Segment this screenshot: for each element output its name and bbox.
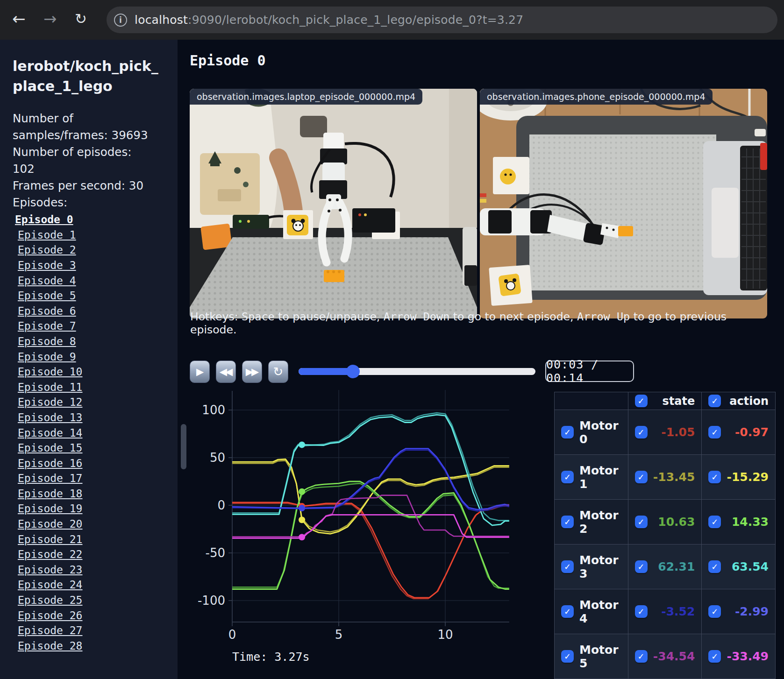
motor-label: Motor 5	[579, 643, 621, 670]
sidebar-item-episode-3[interactable]: Episode 3	[18, 258, 178, 273]
action-value: -0.97	[727, 425, 769, 439]
motor-checkbox[interactable]: ✓	[561, 516, 574, 528]
action-checkbox[interactable]: ✓	[708, 426, 721, 439]
state-checkbox[interactable]: ✓	[635, 471, 648, 483]
state-checkbox[interactable]: ✓	[635, 650, 648, 663]
url-path: :9090/lerobot/koch_pick_place_1_lego/epi…	[188, 13, 523, 27]
action-checkbox[interactable]: ✓	[708, 516, 721, 528]
box-panda	[283, 210, 313, 239]
hotkey-text: to pause/unpause,	[275, 310, 384, 323]
address-bar[interactable]: i localhost:9090/lerobot/koch_pick_place…	[107, 7, 777, 33]
cursor-dot-motor-3	[299, 441, 305, 448]
sidebar-item-episode-26[interactable]: Episode 26	[18, 608, 178, 623]
sidebar-item-episode-0[interactable]: Episode 0	[15, 212, 178, 227]
motor-checkbox[interactable]: ✓	[561, 560, 574, 573]
state-checkbox[interactable]: ✓	[635, 426, 648, 439]
action-all-checkbox[interactable]: ✓	[708, 395, 721, 407]
fast-forward-button[interactable]: ▶▶	[242, 361, 262, 383]
sidebar-item-episode-4[interactable]: Episode 4	[18, 273, 178, 289]
action-checkbox[interactable]: ✓	[708, 650, 721, 663]
video-phone[interactable]: observation.images.phone_episode_000000.…	[480, 89, 767, 318]
loop-button[interactable]: ↻	[268, 361, 288, 383]
sidebar-item-episode-13[interactable]: Episode 13	[18, 410, 178, 425]
sidebar-item-episode-19[interactable]: Episode 19	[18, 501, 178, 516]
motor-checkbox[interactable]: ✓	[561, 650, 574, 663]
sidebar-item-episode-5[interactable]: Episode 5	[18, 288, 178, 304]
site-info-icon[interactable]: i	[114, 14, 127, 27]
play-button[interactable]: ▶	[190, 361, 210, 383]
table-row: ✓Motor 1 ✓-13.45 ✓-15.29	[555, 455, 776, 500]
sidebar-item-episode-22[interactable]: Episode 22	[18, 547, 178, 562]
action-header-label: action	[729, 395, 769, 408]
video-laptop[interactable]: observation.images.laptop_episode_000000…	[190, 89, 477, 318]
sidebar-item-episode-16[interactable]: Episode 16	[18, 456, 178, 471]
dataset-stats: Number of samples/frames: 39693Number of…	[13, 110, 154, 211]
motor-label: Motor 3	[579, 553, 621, 580]
orange-brick	[618, 226, 633, 236]
episodes-label: Episodes:	[13, 194, 154, 211]
sidebar-item-episode-15[interactable]: Episode 15	[18, 440, 178, 456]
sidebar-item-episode-20[interactable]: Episode 20	[18, 516, 178, 532]
state-all-checkbox[interactable]: ✓	[635, 395, 648, 407]
motor-checkbox[interactable]: ✓	[561, 426, 574, 439]
sidebar-item-episode-14[interactable]: Episode 14	[18, 425, 178, 441]
action-value: 14.33	[727, 515, 769, 529]
hotkey-key: Arrow Up	[577, 310, 630, 323]
series-state-motor-0	[232, 503, 509, 599]
cursor-dot-motor-4	[299, 505, 305, 511]
forward-icon[interactable]: →	[43, 9, 57, 28]
action-checkbox[interactable]: ✓	[708, 605, 721, 618]
sidebar-item-episode-28[interactable]: Episode 28	[18, 638, 178, 654]
sidebar-item-episode-24[interactable]: Episode 24	[18, 577, 178, 593]
state-checkbox[interactable]: ✓	[635, 516, 648, 528]
action-value: -33.49	[727, 650, 769, 663]
scrollbar-thumb[interactable]	[181, 424, 186, 469]
state-value: 10.63	[653, 515, 695, 529]
sidebar-item-episode-2[interactable]: Episode 2	[18, 242, 178, 258]
motor-checkbox[interactable]: ✓	[561, 471, 574, 483]
sidebar-item-episode-11[interactable]: Episode 11	[18, 380, 178, 395]
sidebar-item-episode-27[interactable]: Episode 27	[18, 623, 178, 638]
motor-checkbox[interactable]: ✓	[561, 605, 574, 618]
sidebar-item-episode-10[interactable]: Episode 10	[18, 364, 178, 380]
table-header-row: ✓state ✓action	[555, 392, 776, 410]
action-checkbox[interactable]: ✓	[708, 560, 721, 573]
sidebar-item-episode-21[interactable]: Episode 21	[18, 532, 178, 547]
action-checkbox[interactable]: ✓	[708, 471, 721, 483]
state-checkbox[interactable]: ✓	[635, 605, 648, 618]
sidebar-item-episode-23[interactable]: Episode 23	[18, 562, 178, 578]
seek-slider[interactable]	[299, 368, 535, 375]
video-laptop-frame	[190, 89, 477, 318]
reload-icon[interactable]: ↻	[75, 10, 87, 27]
action-value: 63.54	[727, 560, 769, 573]
sidebar-item-episode-9[interactable]: Episode 9	[18, 349, 178, 365]
seek-slider-thumb[interactable]	[346, 365, 360, 378]
sidebar-item-episode-1[interactable]: Episode 1	[18, 227, 178, 243]
hotkeys-help: Hotkeys: Space to pause/unpause, Arrow D…	[190, 310, 741, 336]
series-action-motor-0	[232, 502, 509, 598]
hotkey-text: to go to next episode,	[449, 310, 577, 323]
back-icon[interactable]: ←	[12, 9, 26, 28]
stat-line: Number of episodes: 102	[13, 144, 154, 177]
hotkey-key: Space	[242, 310, 275, 323]
table-header-state: ✓state	[628, 392, 702, 410]
sidebar-item-episode-18[interactable]: Episode 18	[18, 486, 178, 502]
sidebar-item-episode-12[interactable]: Episode 12	[18, 395, 178, 410]
sidebar: lerobot/koch_pick_place_1_lego Number of…	[0, 40, 178, 679]
rewind-button[interactable]: ◀◀	[216, 361, 236, 383]
svg-text:-100: -100	[198, 594, 225, 608]
motor-chart[interactable]: 100500-50-1000510	[190, 385, 517, 651]
table-row: ✓Motor 5 ✓-34.54 ✓-33.49	[555, 634, 776, 679]
page-title: Episode 0	[190, 52, 266, 69]
action-value: -2.99	[727, 605, 769, 618]
sidebar-item-episode-8[interactable]: Episode 8	[18, 334, 178, 349]
series-state-motor-3	[232, 413, 509, 521]
state-checkbox[interactable]: ✓	[635, 560, 648, 573]
state-value: -3.52	[653, 605, 695, 618]
table-row: ✓Motor 0 ✓-1.05 ✓-0.97	[555, 410, 776, 455]
sidebar-item-episode-7[interactable]: Episode 7	[18, 318, 178, 334]
table-row: ✓Motor 4 ✓-3.52 ✓-2.99	[555, 589, 776, 634]
sidebar-item-episode-25[interactable]: Episode 25	[18, 593, 178, 608]
sidebar-item-episode-17[interactable]: Episode 17	[18, 471, 178, 486]
sidebar-item-episode-6[interactable]: Episode 6	[18, 304, 178, 319]
